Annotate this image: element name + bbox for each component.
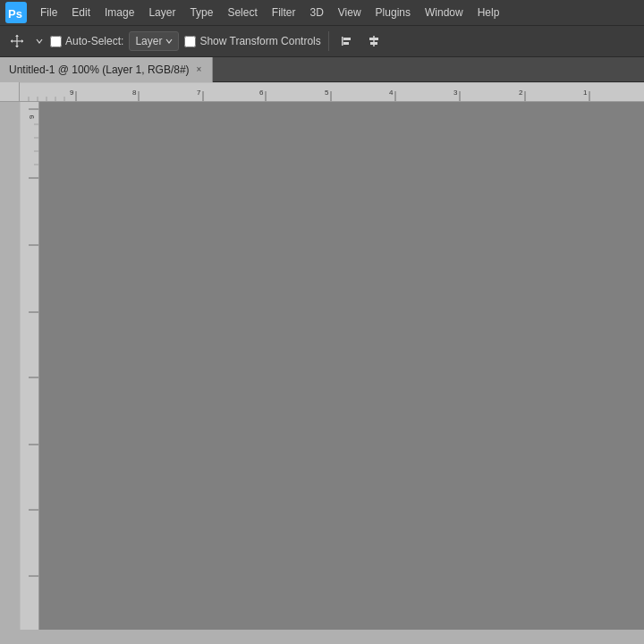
menu-image[interactable]: Image	[98, 4, 140, 21]
move-tool-dropdown[interactable]	[34, 38, 45, 45]
ruler-area: // This will be handled inline 9 8 7 6 5…	[0, 82, 644, 630]
svg-text:9: 9	[28, 114, 36, 119]
show-transform-group: Show Transform Controls	[184, 35, 320, 47]
ps-logo-icon: Ps	[5, 2, 27, 23]
menu-layer[interactable]: Layer	[142, 4, 182, 21]
menu-type[interactable]: Type	[183, 4, 219, 21]
layer-type-label: Layer	[135, 35, 162, 47]
tab-bar: Untitled-1 @ 100% (Layer 1, RGB/8#) ×	[0, 57, 644, 82]
menu-help[interactable]: Help	[471, 4, 506, 21]
auto-select-label: Auto-Select:	[65, 35, 123, 47]
svg-text:7: 7	[197, 89, 201, 97]
menu-window[interactable]: Window	[419, 4, 470, 21]
chevron-down-icon	[165, 38, 173, 45]
ruler-corner	[0, 82, 20, 102]
svg-text:4: 4	[389, 89, 394, 97]
align-center-icon	[367, 34, 381, 48]
menu-filter[interactable]: Filter	[266, 4, 302, 21]
svg-text:8: 8	[132, 89, 137, 97]
ruler-top-svg: // This will be handled inline 9 8 7 6 5…	[20, 82, 644, 102]
svg-text:6: 6	[259, 89, 264, 97]
align-left-button[interactable]	[336, 32, 358, 50]
svg-rect-9	[370, 42, 377, 45]
svg-rect-5	[343, 38, 351, 40]
options-separator	[328, 31, 329, 51]
svg-text:9: 9	[70, 89, 74, 97]
canvas-with-ruler: 9 8 7 6 5 4 3 2	[20, 102, 644, 630]
menu-bar: Ps File Edit Image Layer Type Select Fil…	[0, 0, 644, 25]
svg-text:5: 5	[325, 89, 329, 97]
move-tool-button[interactable]	[5, 29, 29, 54]
menu-view[interactable]: View	[332, 4, 368, 21]
svg-rect-8	[369, 38, 378, 40]
ruler-left: 9 8 7 6 5 4 3 2	[20, 102, 39, 630]
options-bar: Auto-Select: Layer Show Transform Contro…	[0, 25, 644, 57]
svg-text:2: 2	[519, 89, 523, 97]
move-icon	[9, 33, 25, 49]
tab-title: Untitled-1 @ 100% (Layer 1, RGB/8#)	[9, 64, 190, 76]
layer-type-dropdown[interactable]: Layer	[129, 31, 179, 51]
menu-edit[interactable]: Edit	[65, 4, 97, 21]
ruler-top: // This will be handled inline 9 8 7 6 5…	[20, 82, 644, 102]
ruler-top-wrapper: // This will be handled inline 9 8 7 6 5…	[20, 82, 644, 630]
menu-plugins[interactable]: Plugins	[369, 4, 417, 21]
ruler-left-svg: 9 8 7 6 5 4 3 2	[20, 102, 39, 630]
tab-close-button[interactable]: ×	[195, 64, 204, 75]
canvas-area	[39, 102, 644, 630]
svg-text:Ps: Ps	[8, 7, 22, 21]
svg-text:1: 1	[583, 89, 588, 97]
align-left-icon	[340, 34, 354, 48]
svg-rect-4	[342, 37, 343, 46]
chevron-down-icon	[36, 38, 43, 45]
show-transform-checkbox[interactable]	[184, 36, 196, 47]
document-tab[interactable]: Untitled-1 @ 100% (Layer 1, RGB/8#) ×	[0, 57, 213, 82]
svg-text:3: 3	[453, 89, 458, 97]
auto-select-group: Auto-Select:	[50, 35, 123, 47]
menu-3d[interactable]: 3D	[303, 4, 329, 21]
workspace: // This will be handled inline 9 8 7 6 5…	[0, 82, 644, 630]
svg-rect-7	[373, 36, 375, 47]
svg-rect-6	[343, 42, 349, 45]
align-center-button[interactable]	[363, 32, 385, 50]
menu-select[interactable]: Select	[221, 4, 263, 21]
auto-select-checkbox[interactable]	[50, 36, 62, 47]
show-transform-label: Show Transform Controls	[199, 35, 320, 47]
menu-file[interactable]: File	[34, 4, 64, 21]
